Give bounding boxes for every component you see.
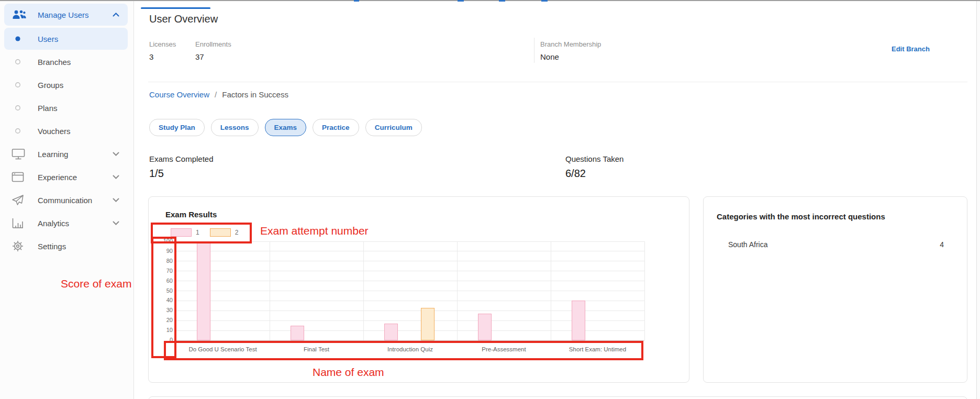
sidebar-item-groups[interactable]: Groups: [4, 74, 128, 96]
breadcrumb-separator: /: [215, 90, 217, 99]
tab-practice[interactable]: Practice: [313, 119, 359, 136]
sidebar-item-label: Analytics: [38, 219, 69, 228]
chevron-down-icon[interactable]: [113, 175, 128, 179]
radio-icon: [4, 128, 38, 134]
active-tab-indicator: [141, 7, 210, 9]
bar-attempt-2: [421, 308, 435, 340]
incorrect-categories-card: Categories with the most incorrect quest…: [703, 196, 967, 383]
top-divider: [0, 0, 980, 1]
sidebar: Manage Users Users Branches Groups: [0, 1, 134, 399]
next-section-card: [148, 396, 967, 399]
sidebar-item-label: Users: [38, 35, 58, 43]
paper-plane-icon: [4, 194, 38, 206]
cutoff-link-fragment: [541, 0, 548, 2]
enrollments-value: 37: [195, 52, 204, 61]
sidebar-item-label: Learning: [38, 150, 68, 159]
tab-curriculum[interactable]: Curriculum: [365, 119, 422, 136]
bar-attempt-1: [384, 324, 398, 340]
chevron-down-icon[interactable]: [113, 221, 128, 225]
annotation-score-of-exam: Score of exam: [61, 278, 131, 290]
tab-exams[interactable]: Exams: [265, 119, 307, 136]
radio-icon: [4, 105, 38, 111]
enrollments-label: Enrollments: [195, 40, 231, 48]
annotation-exam-attempt-number: Exam attempt number: [260, 225, 369, 237]
radio-selected-icon: [4, 36, 38, 42]
sidebar-item-settings[interactable]: Settings: [4, 235, 128, 257]
course-section-tabs: Study Plan Lessons Exams Practice Curric…: [149, 119, 422, 136]
cutoff-link-fragment: [354, 0, 359, 2]
annotation-name-of-exam: Name of exam: [313, 366, 384, 379]
page-title: User Overview: [149, 13, 218, 25]
sidebar-item-label: Branches: [38, 58, 71, 66]
gridline-h: [176, 271, 644, 271]
scrollbar-track[interactable]: [976, 1, 980, 399]
breadcrumb: Course Overview / Factors in Success: [149, 90, 288, 99]
cutoff-link-fragment: [458, 0, 464, 2]
sidebar-item-label: Vouchers: [38, 127, 71, 136]
gridline-h: [176, 291, 644, 291]
sidebar-item-label: Experience: [38, 173, 77, 182]
bar-attempt-1: [478, 314, 492, 340]
gridline-h: [176, 261, 644, 261]
branch-membership-label: Branch Membership: [540, 40, 601, 48]
monitor-icon: [4, 148, 38, 160]
sidebar-item-analytics[interactable]: Analytics: [4, 212, 128, 234]
sidebar-item-plans[interactable]: Plans: [4, 97, 128, 119]
gridline-v: [644, 241, 645, 340]
user-overview-page: Manage Users Users Branches Groups: [0, 0, 980, 399]
radio-icon: [4, 59, 38, 65]
chevron-down-icon[interactable]: [113, 198, 128, 202]
gear-icon: [4, 240, 38, 252]
category-row: South Africa 4: [728, 240, 944, 249]
bar-attempt-1: [291, 326, 304, 340]
window-icon: [4, 172, 38, 182]
sidebar-item-label: Communication: [38, 196, 92, 205]
tab-lessons[interactable]: Lessons: [211, 119, 259, 136]
sidebar-item-label: Settings: [38, 242, 66, 251]
questions-taken-value: 6/82: [565, 168, 586, 180]
exams-completed-label: Exams Completed: [149, 154, 214, 163]
licenses-value: 3: [149, 52, 153, 61]
sidebar-item-users[interactable]: Users: [4, 28, 128, 50]
questions-taken-label: Questions Taken: [565, 154, 623, 163]
gridline-h: [176, 281, 644, 281]
section-divider: [148, 82, 967, 82]
chevron-up-icon[interactable]: [113, 13, 128, 17]
sidebar-item-manage-users[interactable]: Manage Users: [4, 4, 128, 26]
licenses-label: Licenses: [149, 40, 176, 48]
annotation-box-x-labels: [164, 341, 643, 360]
tab-study-plan[interactable]: Study Plan: [149, 119, 205, 136]
bar-chart-icon: [4, 217, 38, 229]
sidebar-item-label: Manage Users: [38, 10, 89, 19]
gridline-h: [176, 251, 644, 251]
gridline-v: [551, 241, 551, 340]
category-count: 4: [940, 240, 944, 249]
header-divider: [534, 38, 534, 63]
sidebar-item-experience[interactable]: Experience: [4, 166, 128, 188]
gridline-v: [270, 241, 270, 340]
cutoff-link-fragment: [499, 0, 505, 2]
sidebar-item-branches[interactable]: Branches: [4, 51, 128, 73]
gridline-v: [363, 241, 364, 340]
users-group-icon: [4, 9, 38, 20]
chevron-down-icon[interactable]: [113, 152, 128, 156]
exams-completed-value: 1/5: [149, 168, 164, 180]
edit-branch-link[interactable]: Edit Branch: [892, 45, 930, 53]
gridline-v: [457, 241, 458, 340]
sidebar-item-label: Groups: [38, 81, 63, 90]
category-name: South Africa: [728, 240, 768, 249]
bar-attempt-1: [197, 241, 210, 340]
sidebar-item-learning[interactable]: Learning: [4, 143, 128, 165]
breadcrumb-course-overview-link[interactable]: Course Overview: [149, 90, 209, 99]
sidebar-item-communication[interactable]: Communication: [4, 189, 128, 211]
radio-icon: [4, 82, 38, 88]
breadcrumb-current: Factors in Success: [222, 90, 288, 99]
bar-attempt-1: [572, 301, 585, 340]
branch-membership-value: None: [540, 52, 559, 61]
sidebar-item-label: Plans: [38, 104, 58, 113]
categories-card-title: Categories with the most incorrect quest…: [717, 212, 885, 221]
annotation-box-y-axis: [151, 237, 176, 358]
sidebar-item-vouchers[interactable]: Vouchers: [4, 120, 128, 142]
